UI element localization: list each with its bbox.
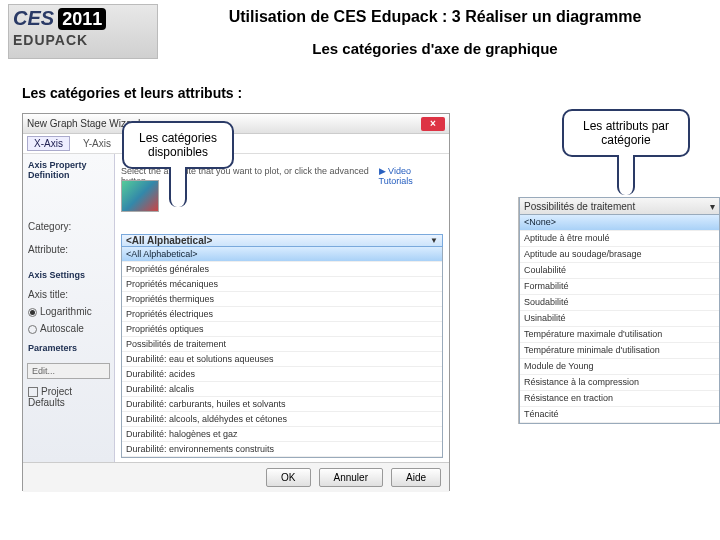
list-item[interactable]: Ténacité	[520, 407, 719, 423]
section-axis-settings: Axis Settings	[23, 264, 114, 286]
page-subtitle: Les catégories d'axe de graphique	[158, 40, 712, 57]
list-item[interactable]: Durabilité: environnements construits	[122, 442, 442, 457]
list-item[interactable]: Formabilité	[520, 279, 719, 295]
chevron-down-icon: ▾	[710, 201, 715, 212]
list-item[interactable]: Durabilité: inflammabilité	[122, 457, 442, 458]
chevron-down-icon: ▼	[430, 236, 438, 245]
list-item[interactable]: Durabilité: alcalis	[122, 382, 442, 397]
callout-attributes: Les attributs par catégorie	[562, 109, 690, 157]
list-item[interactable]: Module de Young	[520, 359, 719, 375]
video-tutorials-link[interactable]: ▶ Video Tutorials	[379, 166, 443, 186]
list-item[interactable]: Durabilité: carburants, huiles et solvan…	[122, 397, 442, 412]
list-item[interactable]: Aptitude au soudage/brasage	[520, 247, 719, 263]
radio-log[interactable]: Logarithmic	[23, 303, 114, 320]
list-item[interactable]: Propriétés électriques	[122, 307, 442, 322]
list-item[interactable]: Aptitude à être moulé	[520, 231, 719, 247]
list-item[interactable]: Propriétés optiques	[122, 322, 442, 337]
attributes-panel: Possibilités de traitement ▾ <None>Aptit…	[518, 197, 720, 424]
category-combo[interactable]: <All Alphabetical> ▼	[121, 234, 443, 247]
radio-auto[interactable]: Autoscale	[23, 320, 114, 337]
list-item[interactable]: <All Alphabetical>	[122, 247, 442, 262]
category-list[interactable]: <All Alphabetical>Propriétés généralesPr…	[121, 247, 443, 458]
list-item[interactable]: Possibilités de traitement	[122, 337, 442, 352]
list-item[interactable]: Température maximale d'utilisation	[520, 327, 719, 343]
chart-thumb-icon	[121, 180, 159, 212]
list-item[interactable]: Température minimale d'utilisation	[520, 343, 719, 359]
list-item[interactable]: Durabilité: alcools, aldéhydes et cétone…	[122, 412, 442, 427]
edit-button[interactable]: Edit...	[27, 363, 110, 379]
attribute-combo[interactable]: Possibilités de traitement ▾	[519, 197, 720, 214]
cancel-button[interactable]: Annuler	[319, 468, 383, 487]
logo: CES 2011 EDUPACK	[8, 4, 158, 59]
page-title: Utilisation de CES Edupack : 3 Réaliser …	[158, 8, 712, 26]
ok-button[interactable]: OK	[266, 468, 310, 487]
section-parameters: Parameters	[23, 337, 114, 359]
list-item[interactable]: Durabilité: eau et solutions aqueuses	[122, 352, 442, 367]
section-title: Les catégories et leurs attributs :	[22, 85, 720, 101]
list-item[interactable]: Résistance à la compression	[520, 375, 719, 391]
list-item[interactable]: Propriétés générales	[122, 262, 442, 277]
list-item[interactable]: Résistance en traction	[520, 391, 719, 407]
list-item[interactable]: Usinabilité	[520, 311, 719, 327]
dialog-window: New Graph Stage Wizard × X-Axis Y-Axis A…	[22, 113, 450, 491]
list-item[interactable]: Soudabilité	[520, 295, 719, 311]
section-axis-def: Axis Property Definition	[23, 154, 114, 186]
callout-text: Les catégories	[139, 131, 217, 145]
list-item[interactable]: Durabilité: acides	[122, 367, 442, 382]
logo-ces: CES	[13, 7, 54, 30]
callout-categories: Les catégories disponibles	[122, 121, 234, 169]
label-category: Category:	[23, 218, 114, 235]
tab-xaxis[interactable]: X-Axis	[27, 136, 70, 151]
logo-edupack: EDUPACK	[9, 32, 157, 48]
tab-yaxis[interactable]: Y-Axis	[76, 136, 118, 151]
help-button[interactable]: Aide	[391, 468, 441, 487]
logo-year: 2011	[58, 8, 106, 30]
attribute-list[interactable]: <None>Aptitude à être mouléAptitude au s…	[519, 214, 720, 424]
close-icon[interactable]: ×	[421, 117, 445, 131]
combo-value: Possibilités de traitement	[524, 201, 635, 212]
label-axis-title: Axis title:	[23, 286, 114, 303]
callout-text: catégorie	[601, 133, 650, 147]
list-item[interactable]: Propriétés thermiques	[122, 292, 442, 307]
list-item[interactable]: Coulabilité	[520, 263, 719, 279]
combo-value: <All Alphabetical>	[126, 235, 212, 246]
list-item[interactable]: Durabilité: halogènes et gaz	[122, 427, 442, 442]
label-attribute: Attribute:	[23, 241, 114, 258]
list-item[interactable]: <None>	[520, 215, 719, 231]
list-item[interactable]: Propriétés mécaniques	[122, 277, 442, 292]
checkbox-defaults[interactable]: Project Defaults	[23, 383, 114, 411]
callout-text: Les attributs par	[583, 119, 669, 133]
hint-text: Select the attribute that you want to pl…	[121, 166, 379, 186]
callout-text: disponibles	[148, 145, 208, 159]
